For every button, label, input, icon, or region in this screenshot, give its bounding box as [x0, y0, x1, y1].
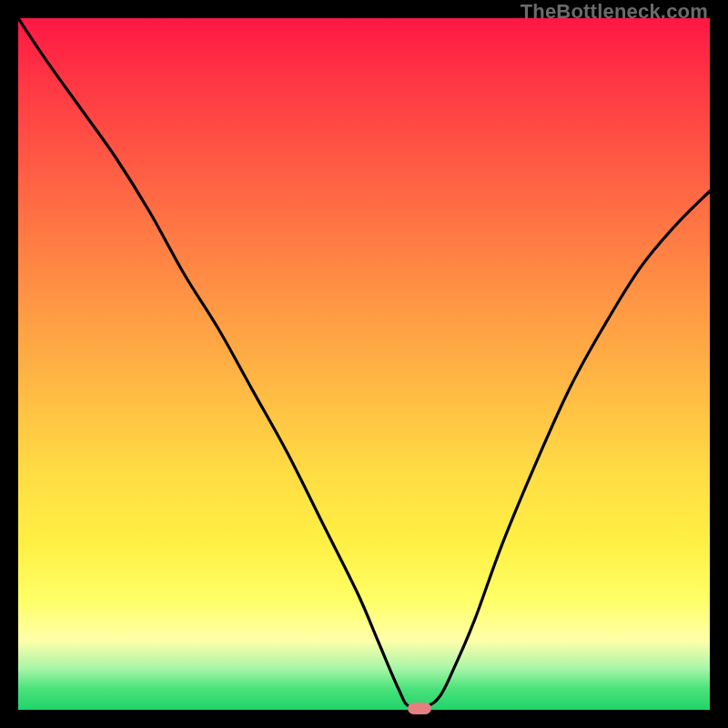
plot-area — [18, 18, 710, 710]
minimum-marker — [408, 703, 431, 714]
chart-frame: TheBottleneck.com — [0, 0, 728, 728]
bottleneck-curve — [18, 18, 710, 710]
